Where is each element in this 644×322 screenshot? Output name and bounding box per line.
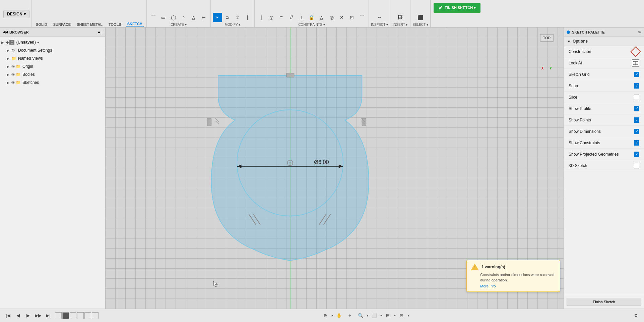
skip-back-icon[interactable]: |◀ [3,311,13,320]
mode-icon5[interactable] [84,312,91,319]
design-button[interactable]: DESIGN ▾ [3,10,29,18]
step-forward-icon[interactable]: ▶▶ [34,311,43,320]
sketch-grid-checkbox[interactable]: ✓ [634,72,639,77]
root-dot-icon: ◆ [6,40,9,45]
tree-item-sketches[interactable]: ▶ 👁 📁 Sketches [0,78,105,87]
inspect-label[interactable]: INSPECT ▾ [371,23,388,26]
symmetric-icon[interactable]: ⊡ [347,13,357,22]
tree-item-named-views[interactable]: ▶ 📁 Named Views [0,54,105,62]
bottom-view-controls: ⊕ ▾ ✋ ⌖ 🔍 ▾ ⬜ ▾ ⊞ ▾ ⊟ ▾ [321,311,409,320]
show-points-checkbox[interactable]: ✓ [634,117,639,123]
insert-image-icon[interactable]: 🖼 [395,13,405,22]
coincident-icon[interactable]: | [257,13,266,22]
display-icon[interactable]: ⊟ [397,311,406,320]
bodies-eye-icon[interactable]: 👁 [11,72,15,76]
arc-icon[interactable]: ◝ [179,13,188,22]
tree-item-origin[interactable]: ▶ 👁 📁 Origin [0,62,105,70]
modify-label[interactable]: MODIFY ▾ [225,23,240,26]
pan-icon[interactable]: ✋ [334,311,344,320]
offset-icon[interactable]: | [243,13,252,22]
options-label: Options [573,39,588,44]
warning-more-info-link[interactable]: More Info [480,284,556,288]
option-slice: Slice [564,92,644,103]
mode-icon1[interactable] [55,312,62,319]
show-points-label: Show Points [569,118,634,122]
play-icon[interactable]: ▶ [23,311,33,320]
construction-label: Construction [569,49,632,54]
break-icon[interactable]: ⇕ [233,13,242,22]
skip-forward-icon[interactable]: ▶| [44,311,53,320]
mode-icon3[interactable] [70,312,76,319]
slice-label: Slice [569,95,634,100]
tab-tools[interactable]: TOOLS [107,22,123,27]
tangent-icon[interactable]: △ [317,13,326,22]
concentric-icon[interactable]: ◎ [327,13,336,22]
zoom-icon[interactable]: 🔍 [356,311,365,320]
curvature-icon[interactable]: ⌒ [357,13,367,22]
equal-icon[interactable]: = [277,13,286,22]
options-section-header[interactable]: ▼ Options [564,37,644,46]
root-settings-icon[interactable]: ● [37,40,40,44]
tab-sheet-metal[interactable]: SHEET METAL [75,22,104,27]
canvas-area[interactable]: Ø6.00 TOP X Y [106,28,564,309]
show-projected-checkbox[interactable]: ✓ [634,152,639,157]
select-icon[interactable]: ⬛ [415,13,425,22]
browser-collapse-icon[interactable]: ◀◀ [3,30,8,34]
insert-section: 🖼 INSERT ▾ [390,0,410,27]
circle-icon[interactable]: ◯ [169,13,178,22]
look-at-label: Look At [569,61,632,65]
parallel-icon[interactable]: // [287,13,296,22]
rect-icon[interactable]: ▭ [159,13,168,22]
select-label[interactable]: SELECT ▾ [412,23,428,26]
extend-icon[interactable]: ⊃ [223,13,232,22]
sketches-eye-icon[interactable]: 👁 [11,80,15,85]
show-dimensions-checkbox[interactable]: ✓ [634,129,639,134]
orbit-icon[interactable]: ⌖ [345,311,355,320]
line-icon[interactable]: ⌒ [149,13,158,22]
browser-pin-icon[interactable]: ● [98,30,100,35]
tree-item-doc-settings[interactable]: ▶ ⚙ Document Settings [0,46,105,54]
tab-surface[interactable]: SURFACE [52,22,72,27]
browser-more-icon[interactable]: | [102,30,103,35]
settings-icon[interactable]: ⚙ [631,311,641,320]
construction-icon[interactable] [630,46,641,57]
snap-center-icon[interactable]: ⊕ [321,311,330,320]
tree-item-root[interactable]: ▶ ◆ □ (Unsaved) ● [0,38,105,46]
origin-eye-icon[interactable]: 👁 [11,64,15,68]
midpoint-icon[interactable]: ✕ [337,13,346,22]
step-back-icon[interactable]: ◀ [13,311,23,320]
show-profile-checkbox[interactable]: ✓ [634,106,639,111]
slice-checkbox[interactable] [634,95,639,100]
measure-icon[interactable]: ↔ [375,13,384,22]
mode-icon2[interactable] [62,312,69,319]
look-at-icon[interactable] [632,59,639,67]
insert-label[interactable]: INSERT ▾ [393,23,407,26]
left-handle[interactable] [207,118,211,126]
grid-icon[interactable]: ⊞ [383,311,393,320]
tree-item-bodies[interactable]: ▶ 👁 📁 Bodies [0,70,105,78]
polygon-icon[interactable]: ⊢ [199,13,208,22]
mode-icon4[interactable] [77,312,84,319]
3d-sketch-checkbox[interactable] [634,163,639,168]
lock-icon[interactable]: 🔒 [307,13,316,22]
snap-checkbox[interactable]: ✓ [634,83,639,89]
top-handle[interactable] [286,73,294,77]
show-constraints-checkbox[interactable]: ✓ [634,140,639,146]
center-point-inner [289,162,291,164]
create-label[interactable]: CREATE ▾ [171,23,187,26]
triangle-icon[interactable]: △ [189,13,198,22]
finish-sketch-button[interactable]: ✔ FINISH SKETCH ▾ [434,3,480,13]
perp-icon[interactable]: ⊥ [297,13,306,22]
option-show-points: Show Points ✓ [564,114,644,126]
finish-sketch-bottom-button[interactable]: Finish Sketch [567,298,641,306]
tab-sketch[interactable]: SKETCH [126,21,144,27]
fit-icon[interactable]: ⬜ [370,311,379,320]
tree-arrow-sketches: ▶ [7,81,11,85]
mode-icon6[interactable] [92,312,99,319]
tab-solid[interactable]: SOLID [35,22,49,27]
collinear-icon[interactable]: ◎ [267,13,276,22]
scissor-icon[interactable]: ✂ [213,13,222,22]
finish-sketch-label: FINISH SKETCH ▾ [445,6,476,10]
palette-expand-icon[interactable]: ≫ [638,30,641,34]
constraints-label[interactable]: CONSTRAINTS ▾ [298,23,325,26]
